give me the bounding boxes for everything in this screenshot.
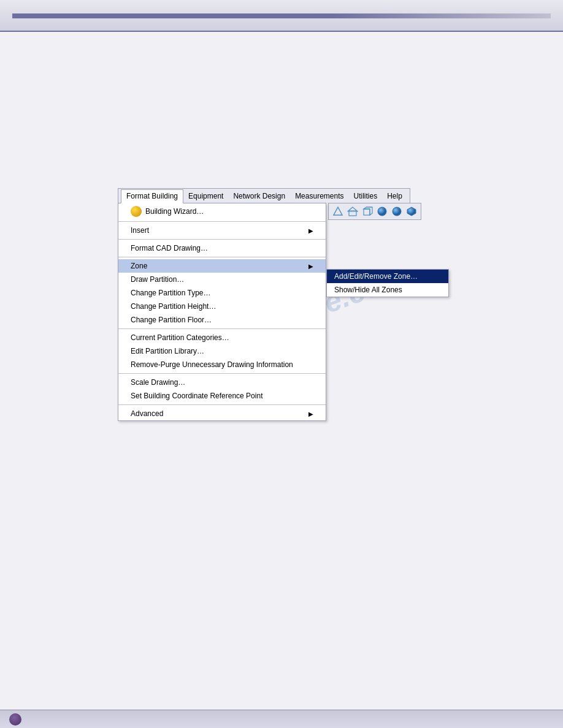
menu-item-edit-partition-library[interactable]: Edit Partition Library…	[118, 344, 326, 358]
separator-6	[118, 404, 326, 405]
toolbar-icon-cube[interactable]	[405, 205, 418, 218]
svg-point-8	[393, 207, 401, 216]
toolbar-icon-triangle[interactable]	[331, 205, 345, 218]
current-partition-categories-label: Current Partition Categories…	[131, 333, 313, 342]
menu-item-format-building[interactable]: Format Building	[121, 189, 183, 203]
insert-label: Insert	[131, 226, 308, 235]
scale-drawing-label: Scale Drawing…	[131, 378, 313, 387]
menu-item-set-building-coordinate[interactable]: Set Building Coordinate Reference Point	[118, 389, 326, 403]
change-partition-floor-label: Change Partition Floor…	[131, 316, 313, 324]
top-bar-gradient	[12, 13, 551, 18]
svg-marker-4	[364, 207, 372, 215]
toolbar-icon-sphere-1[interactable]	[375, 205, 389, 218]
svg-point-7	[378, 207, 386, 216]
advanced-arrow-icon: ▶	[308, 411, 313, 417]
menu-item-draw-partition[interactable]: Draw Partition…	[118, 273, 326, 286]
menu-item-remove-purge[interactable]: Remove-Purge Unnecessary Drawing Informa…	[118, 358, 326, 371]
bottom-bar	[0, 710, 563, 728]
toolbar-icon-box[interactable]	[361, 205, 374, 218]
set-building-coordinate-label: Set Building Coordinate Reference Point	[131, 392, 313, 400]
menu-item-advanced[interactable]: Advanced ▶	[118, 407, 326, 420]
submenu-item-show-hide-zones[interactable]: Show/Hide All Zones	[327, 283, 448, 297]
menu-item-help[interactable]: Help	[382, 189, 407, 203]
menu-item-building-wizard[interactable]: Building Wizard…	[118, 203, 326, 219]
separator-2	[118, 239, 326, 240]
change-partition-type-label: Change Partition Type…	[131, 289, 313, 297]
svg-marker-0	[334, 207, 342, 215]
main-content: manualsarchive.com Format Building Equip…	[0, 32, 563, 710]
insert-arrow-icon: ▶	[308, 227, 313, 234]
toolbar-area	[328, 203, 421, 220]
draw-partition-label: Draw Partition…	[131, 275, 313, 284]
dropdown-menu: Building Wizard… Insert ▶ Format CAD Dra…	[118, 203, 326, 421]
separator-5	[118, 373, 326, 374]
zone-label: Zone	[131, 262, 308, 270]
menu-container: Format Building Equipment Network Design…	[118, 188, 410, 421]
toolbar-icon-building[interactable]	[346, 205, 359, 218]
remove-purge-label: Remove-Purge Unnecessary Drawing Informa…	[131, 360, 313, 369]
menu-item-change-partition-type[interactable]: Change Partition Type…	[118, 286, 326, 300]
menu-bar: Format Building Equipment Network Design…	[118, 188, 410, 203]
menu-item-insert[interactable]: Insert ▶	[118, 224, 326, 237]
separator-1	[118, 221, 326, 222]
format-cad-label: Format CAD Drawing…	[131, 244, 313, 252]
submenu-zone: Add/Edit/Remove Zone… Show/Hide All Zone…	[326, 269, 449, 297]
svg-marker-9	[407, 207, 416, 216]
edit-partition-library-label: Edit Partition Library…	[131, 347, 313, 355]
change-partition-height-label: Change Partition Height…	[131, 302, 313, 311]
svg-rect-3	[364, 209, 370, 215]
bottom-circle-icon	[9, 713, 21, 726]
menu-item-change-partition-floor[interactable]: Change Partition Floor…	[118, 313, 326, 327]
menu-item-change-partition-height[interactable]: Change Partition Height…	[118, 300, 326, 313]
zone-arrow-icon: ▶	[308, 263, 313, 270]
submenu-item-add-edit-remove-zone[interactable]: Add/Edit/Remove Zone…	[327, 270, 448, 283]
wizard-icon	[131, 206, 142, 217]
dropdown-wrapper: Building Wizard… Insert ▶ Format CAD Dra…	[118, 203, 410, 421]
menu-item-zone[interactable]: Zone ▶	[118, 259, 326, 273]
toolbar-icon-sphere-2[interactable]	[390, 205, 404, 218]
top-bar	[0, 0, 563, 32]
menu-item-format-cad[interactable]: Format CAD Drawing…	[118, 241, 326, 255]
separator-3	[118, 257, 326, 257]
menu-item-scale-drawing[interactable]: Scale Drawing…	[118, 376, 326, 389]
separator-4	[118, 328, 326, 329]
menu-item-utilities[interactable]: Utilities	[349, 189, 383, 203]
menu-item-equipment[interactable]: Equipment	[183, 189, 228, 203]
menu-item-network-design[interactable]: Network Design	[228, 189, 290, 203]
menu-item-measurements[interactable]: Measurements	[290, 189, 348, 203]
menu-item-current-partition-categories[interactable]: Current Partition Categories…	[118, 331, 326, 344]
building-wizard-label: Building Wizard…	[145, 207, 204, 216]
advanced-label: Advanced	[131, 409, 308, 418]
